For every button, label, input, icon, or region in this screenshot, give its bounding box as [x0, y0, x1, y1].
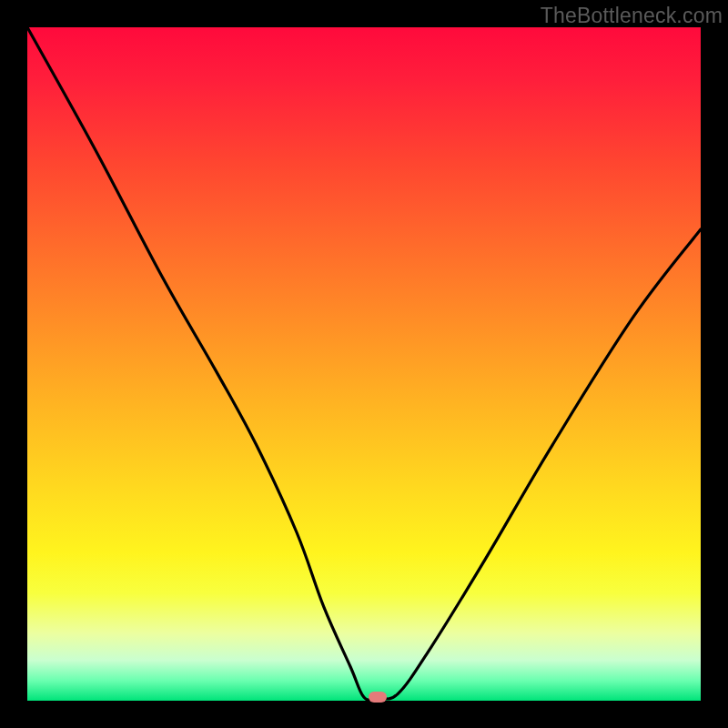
optimal-point-marker: [369, 692, 387, 703]
chart-plot-area: [27, 27, 701, 701]
bottleneck-curve: [27, 27, 701, 701]
watermark-text: TheBottleneck.com: [541, 4, 723, 28]
chart-frame: TheBottleneck.com: [0, 0, 728, 728]
